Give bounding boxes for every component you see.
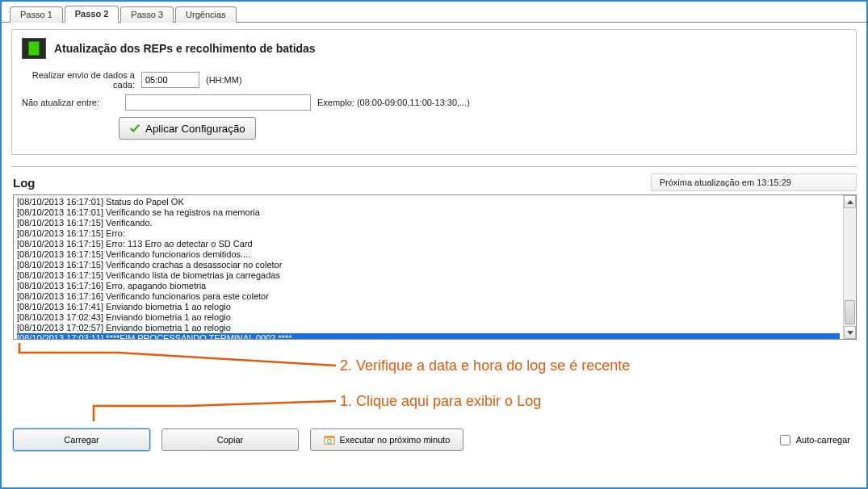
apply-config-label: Aplicar Configuração xyxy=(145,123,245,135)
auto-load-checkbox-wrap[interactable]: Auto-carregar xyxy=(777,433,850,448)
next-update-status: Próxima atualização em 13:15:29 xyxy=(651,173,857,191)
exclude-hint: Exemplo: (08:00-09:00,11:00-13:30,...) xyxy=(317,98,470,107)
section-title: Atualização dos REPs e recolhimento de b… xyxy=(54,42,316,55)
log-listbox[interactable]: [08/10/2013 16:17:01] Status do Papel OK… xyxy=(13,194,857,340)
auto-load-checkbox[interactable] xyxy=(780,435,790,445)
clock-icon xyxy=(324,434,335,445)
rep-device-icon xyxy=(22,38,46,59)
interval-label: Realizar envio de dados a cada: xyxy=(22,70,135,90)
log-line[interactable]: [08/10/2013 16:17:16] Verificando funcio… xyxy=(17,291,840,302)
scroll-thumb[interactable] xyxy=(845,300,855,324)
log-line[interactable]: [08/10/2013 16:17:15] Verificando funcio… xyxy=(17,249,840,260)
chevron-down-icon xyxy=(847,331,853,335)
apply-config-button[interactable]: Aplicar Configuração xyxy=(119,117,256,140)
log-line[interactable]: [08/10/2013 16:17:15] Verificando cracha… xyxy=(17,260,840,270)
scroll-up-button[interactable] xyxy=(844,195,856,208)
interval-input[interactable] xyxy=(141,72,199,88)
load-button[interactable]: Carregar xyxy=(13,428,150,451)
config-section: Atualização dos REPs e recolhimento de b… xyxy=(11,29,857,155)
exclude-label: Não atualizar entre: xyxy=(22,98,119,107)
annotation-overlay: 2. Verifique a data e hora do log se é r… xyxy=(13,343,857,424)
log-line[interactable]: [08/10/2013 16:17:16] Erro, apagando bio… xyxy=(17,281,840,291)
log-line[interactable]: [08/10/2013 17:02:57] Enviando biometria… xyxy=(17,323,840,333)
scroll-down-button[interactable] xyxy=(844,326,856,339)
chevron-up-icon xyxy=(847,200,853,204)
copy-button[interactable]: Copiar xyxy=(161,428,299,451)
annotation-note-1: 1. Clique aqui para exibir o Log xyxy=(340,393,541,410)
log-line[interactable]: [08/10/2013 16:17:01] Verificando se ha … xyxy=(17,207,840,218)
run-next-minute-button[interactable]: Executar no próximo minuto xyxy=(310,428,463,451)
tab-strip: Passo 1 Passo 2 Passo 3 Urgências xyxy=(2,3,866,23)
annotation-note-2: 2. Verifique a data e hora do log se é r… xyxy=(340,357,630,374)
log-title: Log xyxy=(13,176,36,190)
tab-urgencias[interactable]: Urgências xyxy=(175,6,237,23)
svg-rect-1 xyxy=(324,437,333,439)
log-line[interactable]: [08/10/2013 16:17:01] Status do Papel OK xyxy=(17,197,840,207)
log-line[interactable]: [08/10/2013 16:17:41] Enviando biometria… xyxy=(17,302,840,312)
log-scrollbar[interactable] xyxy=(843,195,856,339)
check-icon xyxy=(129,123,140,134)
log-line[interactable]: [08/10/2013 16:17:15] Verificando lista … xyxy=(17,270,840,281)
tab-passo3[interactable]: Passo 3 xyxy=(120,6,174,23)
log-line[interactable]: [08/10/2013 16:17:15] Erro: xyxy=(17,228,840,239)
log-line[interactable]: [08/10/2013 16:17:15] Erro: 113 Erro ao … xyxy=(17,239,840,249)
scroll-track[interactable] xyxy=(844,208,856,326)
log-line[interactable]: [08/10/2013 16:17:15] Verificando. xyxy=(17,218,840,228)
exclude-input[interactable] xyxy=(125,94,311,111)
log-line[interactable]: [08/10/2013 17:03:11] ****FIM PROCESSAND… xyxy=(17,333,840,339)
tab-passo2[interactable]: Passo 2 xyxy=(65,6,120,23)
tab-passo1[interactable]: Passo 1 xyxy=(10,6,63,23)
auto-load-label: Auto-carregar xyxy=(796,435,850,445)
log-line[interactable]: [08/10/2013 17:02:43] Enviando biometria… xyxy=(17,312,840,323)
interval-hint: (HH:MM) xyxy=(206,75,242,85)
